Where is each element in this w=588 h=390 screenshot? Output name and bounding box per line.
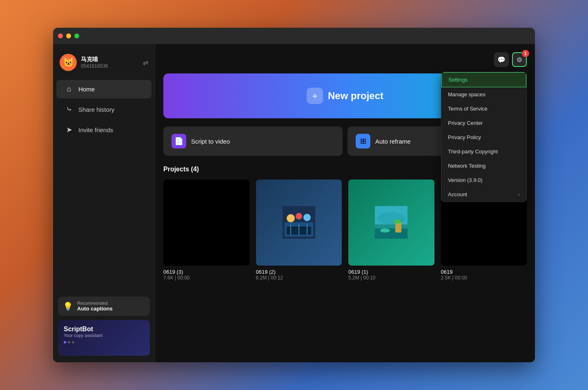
dropdown-item-privacy-policy[interactable]: Privacy Policy [441,130,526,144]
user-id: 0541616536 [81,63,139,69]
privacy-policy-label: Privacy Policy [448,134,481,140]
project-card-0619-2[interactable]: 0619 (2) 6.2M | 00:12 [256,179,342,281]
svg-point-12 [377,212,405,224]
dot-3 [72,341,74,343]
new-project-content: ＋ New project [307,88,383,104]
top-bar: 💬 ⚙ 1 Settings Manage spaces [163,52,527,67]
script-to-video-label: Script to video [191,138,230,145]
scriptbot-subtitle: Your copy assistant [64,333,144,338]
scriptbot-dots [64,341,144,343]
project-thumb-0619-1 [348,179,434,266]
project-meta-0619: 2.5K | 00:00 [441,275,527,281]
svg-rect-13 [375,228,408,239]
avatar: 🐱 [60,54,77,71]
tool-script-to-video[interactable]: 📄 Script to video [163,126,343,156]
terms-label: Terms of Service [448,106,488,112]
dot-2 [68,341,70,343]
recommended-label-bottom: Auto captions [77,306,113,312]
recommended-icon: 💡 [63,301,73,311]
sidebar: 🐱 马克喵 0541616536 ⇄ ⌂ Home ⤷ Share histor… [53,44,155,362]
svg-point-3 [296,213,302,219]
manage-spaces-label: Manage spaces [448,91,486,98]
sidebar-item-home[interactable]: ⌂ Home [56,80,151,98]
auto-reframe-label: Auto reframe [375,138,411,145]
settings-label: Settings [448,77,468,83]
home-icon: ⌂ [65,85,74,93]
project-thumb-0619-3 [163,179,249,266]
dot-1 [64,341,66,343]
invite-icon: ➤ [65,125,74,134]
project-name-0619: 0619 [441,269,527,275]
dropdown-item-third-party[interactable]: Third-party Copyright [441,144,526,159]
project-meta-0619-3: 7.6K | 00:00 [163,275,249,281]
auto-reframe-icon: ⊞ [356,134,370,148]
sidebar-item-label-home: Home [78,86,95,93]
main-content: 💬 ⚙ 1 Settings Manage spaces [155,44,535,362]
user-name: 马克喵 [81,56,139,63]
sidebar-item-label-invite: Invite friends [78,126,113,133]
dropdown-item-version[interactable]: Version (3.9.0) [441,173,526,187]
switch-account-icon[interactable]: ⇄ [143,59,148,66]
dropdown-item-manage-spaces[interactable]: Manage spaces [441,87,526,102]
user-info: 马克喵 0541616536 [81,56,139,69]
project-name-0619-1: 0619 (1) [348,269,434,275]
account-label: Account [448,191,467,197]
dropdown-item-terms[interactable]: Terms of Service [441,102,526,116]
settings-button-wrapper: ⚙ 1 [512,52,527,67]
dropdown-item-network-testing[interactable]: Network Testing [441,159,526,173]
title-bar [53,28,535,44]
minimize-button[interactable] [66,33,71,38]
svg-point-2 [287,214,295,222]
chat-button[interactable]: 💬 [494,52,509,67]
network-testing-label: Network Testing [448,163,486,169]
new-project-label: New project [328,90,383,102]
settings-icon: ⚙ [517,56,522,64]
close-button[interactable] [58,33,63,38]
project-name-0619-3: 0619 (3) [163,269,249,275]
svg-point-14 [380,228,390,233]
script-to-video-icon: 📄 [172,134,186,148]
app-body: 🐱 马克喵 0541616536 ⇄ ⌂ Home ⤷ Share histor… [53,44,535,362]
settings-badge: 1 [522,50,529,57]
project-meta-0619-1: 5.2M | 00:10 [348,275,434,281]
svg-point-16 [394,219,401,224]
dropdown-item-settings[interactable]: Settings [441,72,526,87]
dropdown-item-privacy-center[interactable]: Privacy Center [441,116,526,130]
recommended-label-top: Recommended [77,301,113,306]
recommended-text: Recommended Auto captions [77,301,113,312]
chevron-right-icon: › [518,192,520,197]
chat-icon: 💬 [497,56,506,64]
svg-point-4 [303,214,311,221]
dropdown-item-account[interactable]: Account › [441,187,526,202]
traffic-lights [58,33,79,38]
project-thumb-0619-2 [256,179,342,266]
sidebar-item-label-share: Share history [78,106,114,113]
scriptbot-title: ScriptBot [64,326,144,333]
privacy-center-label: Privacy Center [448,120,483,126]
project-card-0619-1[interactable]: 0619 (1) 5.2M | 00:10 [348,179,434,281]
project-name-0619-2: 0619 (2) [256,269,342,275]
third-party-label: Third-party Copyright [448,148,498,155]
maximize-button[interactable] [74,33,79,38]
share-icon: ⤷ [65,105,74,114]
settings-dropdown: Settings Manage spaces Terms of Service … [441,72,527,202]
app-window: 🐱 马克喵 0541616536 ⇄ ⌂ Home ⤷ Share histor… [53,28,535,362]
sidebar-item-invite-friends[interactable]: ➤ Invite friends [56,120,151,139]
version-label: Version (3.9.0) [448,177,483,183]
recommended-card[interactable]: 💡 Recommended Auto captions [58,297,150,316]
scriptbot-card[interactable]: ScriptBot Your copy assistant [58,320,150,356]
sidebar-bottom: 💡 Recommended Auto captions ScriptBot Yo… [53,297,155,356]
user-section: 🐱 马克喵 0541616536 ⇄ [53,51,155,79]
project-meta-0619-2: 6.2M | 00:12 [256,275,342,281]
svg-rect-15 [395,222,401,233]
new-project-icon: ＋ [307,88,323,104]
sidebar-item-share-history[interactable]: ⤷ Share history [56,100,151,119]
project-card-0619-3[interactable]: 0619 (3) 7.6K | 00:00 [163,179,249,281]
